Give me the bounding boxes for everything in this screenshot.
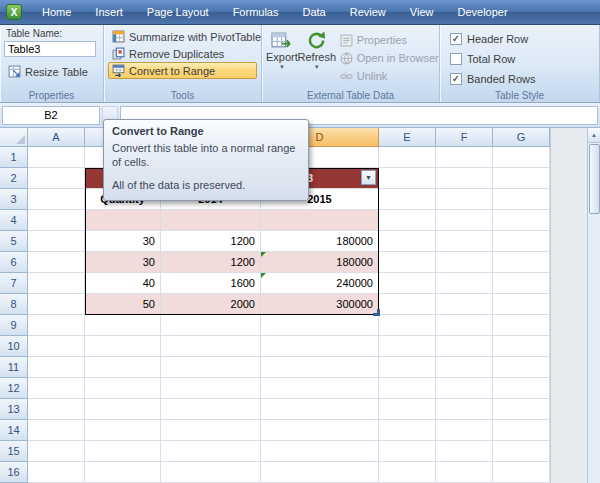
checkbox-total-row[interactable] xyxy=(450,53,462,65)
cell-F13[interactable] xyxy=(436,399,493,420)
cell-B16[interactable] xyxy=(85,462,161,483)
cell-G15[interactable] xyxy=(493,441,550,462)
cell-F3[interactable] xyxy=(436,189,493,210)
cell-D4[interactable] xyxy=(261,210,379,231)
cell-D6[interactable]: 180000 xyxy=(261,252,379,273)
tab-insert[interactable]: Insert xyxy=(83,0,135,24)
cell-G3[interactable] xyxy=(493,189,550,210)
row-header-12[interactable]: 12 xyxy=(0,378,28,399)
cell-A4[interactable] xyxy=(28,210,85,231)
cell-C11[interactable] xyxy=(161,357,261,378)
cell-E11[interactable] xyxy=(379,357,436,378)
select-all-corner[interactable] xyxy=(0,128,28,147)
cell-A10[interactable] xyxy=(28,336,85,357)
cell-F1[interactable] xyxy=(436,147,493,168)
row-header-8[interactable]: 8 xyxy=(0,294,28,315)
cell-C6[interactable]: 1200 xyxy=(161,252,261,273)
row-header-14[interactable]: 14 xyxy=(0,420,28,441)
tab-developer[interactable]: Developer xyxy=(445,0,519,24)
cell-D8[interactable]: 300000 xyxy=(261,294,379,315)
cell-F9[interactable] xyxy=(436,315,493,336)
cell-A12[interactable] xyxy=(28,378,85,399)
cell-B7[interactable]: 40 xyxy=(85,273,161,294)
cell-G12[interactable] xyxy=(493,378,550,399)
tab-review[interactable]: Review xyxy=(338,0,398,24)
tab-formulas[interactable]: Formulas xyxy=(221,0,291,24)
tab-page-layout[interactable]: Page Layout xyxy=(135,0,221,24)
cell-A15[interactable] xyxy=(28,441,85,462)
cell-D12[interactable] xyxy=(261,378,379,399)
export-button[interactable]: Export ▼ xyxy=(266,28,298,90)
cell-C8[interactable]: 2000 xyxy=(161,294,261,315)
cell-E3[interactable] xyxy=(379,189,436,210)
cell-A1[interactable] xyxy=(28,147,85,168)
cell-E15[interactable] xyxy=(379,441,436,462)
cell-D14[interactable] xyxy=(261,420,379,441)
column-header-G[interactable]: G xyxy=(493,128,550,147)
cell-F16[interactable] xyxy=(436,462,493,483)
cell-A14[interactable] xyxy=(28,420,85,441)
cell-E5[interactable] xyxy=(379,231,436,252)
cell-E8[interactable] xyxy=(379,294,436,315)
cell-F11[interactable] xyxy=(436,357,493,378)
cell-B13[interactable] xyxy=(85,399,161,420)
cell-E16[interactable] xyxy=(379,462,436,483)
cell-A16[interactable] xyxy=(28,462,85,483)
cell-G11[interactable] xyxy=(493,357,550,378)
cell-F2[interactable] xyxy=(436,168,493,189)
cell-D11[interactable] xyxy=(261,357,379,378)
cell-E9[interactable] xyxy=(379,315,436,336)
cell-E2[interactable] xyxy=(379,168,436,189)
cell-F14[interactable] xyxy=(436,420,493,441)
name-box[interactable]: B2 xyxy=(2,106,100,125)
cell-G8[interactable] xyxy=(493,294,550,315)
row-header-1[interactable]: 1 xyxy=(0,147,28,168)
row-header-15[interactable]: 15 xyxy=(0,441,28,462)
row-header-7[interactable]: 7 xyxy=(0,273,28,294)
option-banded-rows[interactable]: ✓Banded Rows xyxy=(450,70,595,88)
cell-G5[interactable] xyxy=(493,231,550,252)
table-name-input[interactable] xyxy=(4,41,96,57)
row-header-4[interactable]: 4 xyxy=(0,210,28,231)
cell-G16[interactable] xyxy=(493,462,550,483)
cell-C10[interactable] xyxy=(161,336,261,357)
cell-F7[interactable] xyxy=(436,273,493,294)
cell-F8[interactable] xyxy=(436,294,493,315)
cell-C14[interactable] xyxy=(161,420,261,441)
cell-E14[interactable] xyxy=(379,420,436,441)
cell-B8[interactable]: 50 xyxy=(85,294,161,315)
cell-G6[interactable] xyxy=(493,252,550,273)
cell-A11[interactable] xyxy=(28,357,85,378)
cell-G10[interactable] xyxy=(493,336,550,357)
cell-E13[interactable] xyxy=(379,399,436,420)
cell-C7[interactable]: 1600 xyxy=(161,273,261,294)
option-header-row[interactable]: ✓Header Row xyxy=(450,30,595,48)
row-header-3[interactable]: 3 xyxy=(0,189,28,210)
cell-A9[interactable] xyxy=(28,315,85,336)
tab-view[interactable]: View xyxy=(398,0,446,24)
cell-B14[interactable] xyxy=(85,420,161,441)
cell-G9[interactable] xyxy=(493,315,550,336)
column-header-E[interactable]: E xyxy=(379,128,436,147)
cell-G4[interactable] xyxy=(493,210,550,231)
cell-D7[interactable]: 240000 xyxy=(261,273,379,294)
column-header-F[interactable]: F xyxy=(436,128,493,147)
row-header-13[interactable]: 13 xyxy=(0,399,28,420)
cell-C4[interactable] xyxy=(161,210,261,231)
cell-F15[interactable] xyxy=(436,441,493,462)
cell-E6[interactable] xyxy=(379,252,436,273)
row-header-5[interactable]: 5 xyxy=(0,231,28,252)
cell-C16[interactable] xyxy=(161,462,261,483)
cell-B6[interactable]: 30 xyxy=(85,252,161,273)
cell-E1[interactable] xyxy=(379,147,436,168)
checkbox-header-row[interactable]: ✓ xyxy=(450,33,462,45)
row-header-6[interactable]: 6 xyxy=(0,252,28,273)
cell-D10[interactable] xyxy=(261,336,379,357)
cell-A13[interactable] xyxy=(28,399,85,420)
cell-A8[interactable] xyxy=(28,294,85,315)
cell-B10[interactable] xyxy=(85,336,161,357)
column-header-A[interactable]: A xyxy=(28,128,85,147)
cell-D16[interactable] xyxy=(261,462,379,483)
row-header-2[interactable]: 2 xyxy=(0,168,28,189)
cell-B12[interactable] xyxy=(85,378,161,399)
